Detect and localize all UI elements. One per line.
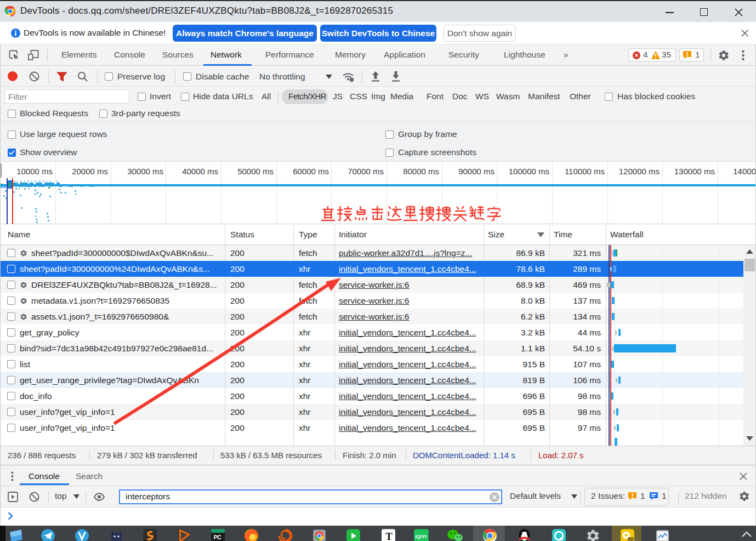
- svg-text:iQIYI: iQIYI: [415, 534, 426, 539]
- svg-text:T: T: [385, 531, 393, 541]
- svg-text:00: 00: [628, 537, 634, 541]
- svg-text:PC: PC: [214, 534, 222, 540]
